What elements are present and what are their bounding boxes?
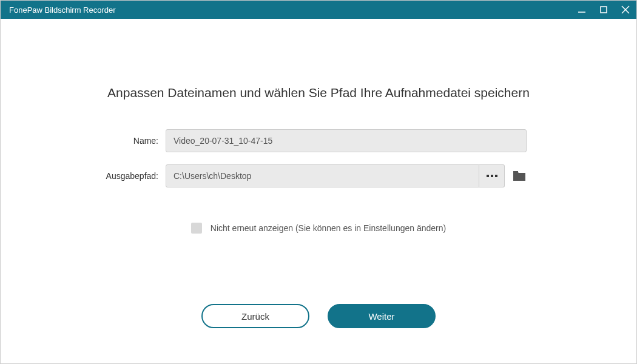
maximize-button[interactable] — [598, 4, 610, 16]
folder-icon — [512, 170, 527, 182]
page-title: Anpassen Dateinamen und wählen Sie Pfad … — [49, 86, 588, 100]
maximize-icon — [599, 5, 608, 14]
close-button[interactable] — [619, 4, 632, 16]
back-button[interactable]: Zurück — [201, 304, 309, 328]
dont-show-checkbox[interactable] — [191, 223, 202, 234]
name-input[interactable] — [166, 129, 527, 152]
titlebar: FonePaw Bildschirm Recorder — [1, 1, 636, 19]
minimize-button[interactable] — [576, 4, 588, 16]
app-window: FonePaw Bildschirm Recorder Anpassen Dat… — [0, 0, 637, 364]
content-area: Anpassen Dateinamen und wählen Sie Pfad … — [1, 19, 636, 363]
window-controls — [576, 4, 632, 16]
dont-show-label: Nicht erneut anzeigen (Sie können es in … — [211, 223, 446, 233]
open-folder-button[interactable] — [512, 170, 527, 182]
window-title: FonePaw Bildschirm Recorder — [9, 5, 116, 15]
browse-button[interactable] — [479, 164, 505, 187]
minimize-icon — [578, 5, 586, 14]
name-label: Name: — [101, 136, 158, 146]
svg-rect-1 — [601, 7, 607, 13]
dont-show-row: Nicht erneut anzeigen (Sie können es in … — [49, 223, 588, 234]
svg-rect-4 — [513, 171, 518, 172]
button-row: Zurück Weiter — [1, 304, 636, 328]
close-icon — [621, 5, 630, 15]
form: Name: Ausgabepfad: — [101, 129, 588, 187]
next-button[interactable]: Weiter — [328, 304, 436, 328]
path-row: Ausgabepfad: — [101, 164, 588, 187]
path-label: Ausgabepfad: — [101, 171, 158, 181]
name-row: Name: — [101, 129, 588, 152]
ellipsis-icon — [487, 175, 497, 177]
path-input[interactable] — [166, 164, 479, 187]
path-input-group — [166, 164, 527, 187]
